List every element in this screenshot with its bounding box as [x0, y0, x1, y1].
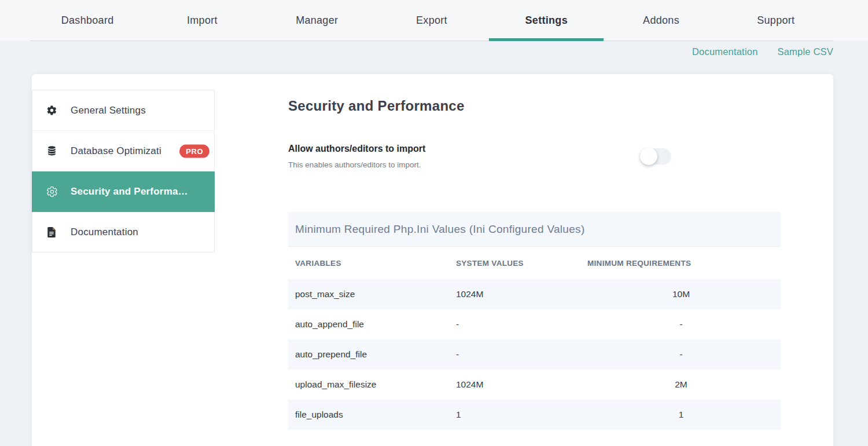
page-title: Security and Performance [288, 97, 810, 115]
main-content: Security and Performance Allow authors/e… [288, 74, 810, 430]
system-value: 1 [456, 400, 582, 430]
gear-outline-icon [46, 186, 59, 198]
nav-tab-import[interactable]: Import [145, 0, 259, 41]
system-value: 1024M [456, 279, 582, 309]
database-icon [46, 145, 59, 156]
link-sample-csv[interactable]: Sample CSV [778, 46, 833, 57]
sidebar-item-documentation[interactable]: Documentation [32, 212, 214, 252]
system-value: - [456, 309, 582, 339]
table-row-auto-append-file: auto_append_file-- [288, 309, 781, 339]
setting-row: Allow authors/editors to import This ena… [288, 144, 671, 169]
table-row-auto-prepend-file: auto_prepend_file-- [288, 339, 781, 370]
variable-name: post_max_size [288, 279, 456, 309]
nav-tab-settings[interactable]: Settings [489, 0, 604, 41]
document-icon [46, 226, 59, 238]
column-header-system-values: SYSTEM VALUES [456, 247, 582, 279]
php-ini-section-header: Minimum Required Php.Ini Values (Ini Con… [288, 212, 781, 247]
sidebar-item-label: Security and Performa… [71, 186, 188, 198]
settings-card: General SettingsDatabase OptimizatiPROSe… [32, 74, 833, 446]
nav-tab-addons[interactable]: Addons [604, 0, 718, 41]
pro-badge: PRO [179, 144, 209, 158]
minimum-requirement: - [582, 309, 781, 339]
setting-text: Allow authors/editors to import This ena… [288, 144, 425, 169]
column-header-minimum-requirements: MINIMUM REQUIREMENTS [582, 247, 781, 279]
system-value: - [456, 339, 582, 370]
system-value: 1024M [456, 370, 582, 400]
nav-tabs-container: DashboardImportManagerExportSettingsAddo… [30, 0, 833, 41]
sidebar-item-label: Database Optimizati [71, 145, 161, 157]
nav-tab-manager[interactable]: Manager [260, 0, 374, 41]
quick-links-row: DocumentationSample CSV [30, 41, 833, 59]
minimum-requirement: 2M [582, 370, 781, 400]
variable-name: auto_prepend_file [288, 339, 456, 370]
table-row-upload-max-filesize: upload_max_filesize1024M2M [288, 370, 781, 400]
variable-name: file_uploads [288, 400, 456, 430]
minimum-requirement: - [582, 339, 781, 370]
toggle-knob [640, 148, 657, 165]
setting-description: This enables authors/editors to import. [288, 160, 425, 169]
sidebar-item-general-settings[interactable]: General Settings [32, 90, 214, 131]
table-row-post-max-size: post_max_size1024M10M [288, 279, 781, 309]
column-header-variables: VARIABLES [288, 247, 456, 279]
minimum-requirement: 10M [582, 279, 781, 309]
nav-tab-export[interactable]: Export [374, 0, 489, 41]
variable-name: upload_max_filesize [288, 370, 456, 400]
gear-icon [46, 105, 59, 116]
settings-sidebar: General SettingsDatabase OptimizatiPROSe… [32, 90, 215, 253]
sidebar-item-label: Documentation [71, 226, 138, 238]
allow-import-toggle[interactable] [641, 148, 671, 164]
table-header-row: VARIABLESSYSTEM VALUESMINIMUM REQUIREMEN… [288, 247, 781, 279]
nav-tab-dashboard[interactable]: Dashboard [30, 0, 145, 41]
sidebar-item-label: General Settings [71, 105, 146, 116]
php-ini-section-title: Minimum Required Php.Ini Values (Ini Con… [295, 223, 585, 236]
top-navigation: DashboardImportManagerExportSettingsAddo… [0, 0, 868, 41]
table-row-file-uploads: file_uploads11 [288, 400, 781, 430]
link-documentation[interactable]: Documentation [692, 46, 758, 57]
nav-tab-support[interactable]: Support [719, 0, 833, 41]
setting-label: Allow authors/editors to import [288, 144, 425, 154]
variable-name: auto_append_file [288, 309, 456, 339]
sidebar-item-security-and-performa[interactable]: Security and Performa… [32, 171, 215, 212]
php-ini-table: VARIABLESSYSTEM VALUESMINIMUM REQUIREMEN… [288, 247, 781, 430]
minimum-requirement: 1 [582, 400, 781, 430]
sidebar-item-database-optimizati[interactable]: Database OptimizatiPRO [32, 131, 214, 171]
